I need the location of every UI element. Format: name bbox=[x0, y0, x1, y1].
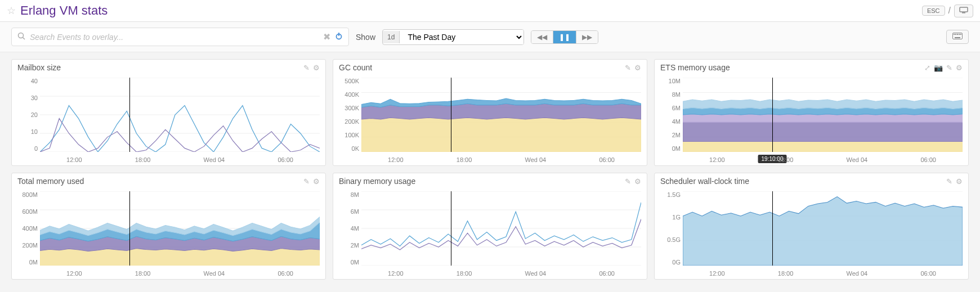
camera-icon[interactable]: 📷 bbox=[934, 64, 943, 72]
esc-button[interactable]: ESC bbox=[922, 6, 945, 16]
panel-actions: ✎⚙ bbox=[303, 64, 320, 72]
svg-rect-9 bbox=[957, 34, 958, 35]
svg-rect-11 bbox=[960, 34, 961, 35]
chart-totalmem[interactable]: 800M600M400M200M0M12:0018:00Wed 0406:00 bbox=[12, 189, 325, 279]
svg-line-3 bbox=[23, 37, 25, 39]
power-icon[interactable] bbox=[335, 32, 343, 42]
panel-actions: ⤢📷✎⚙ bbox=[924, 64, 963, 72]
x-axis: 12:0018:00Wed 0406:00 bbox=[683, 156, 963, 163]
playback-controls: ◀◀ ❚❚ ▶▶ bbox=[531, 30, 598, 44]
clear-search-icon[interactable]: ✖ bbox=[323, 32, 330, 42]
panel-title: Total memory used bbox=[17, 177, 84, 186]
x-axis: 12:0018:00Wed 0406:00 bbox=[361, 156, 641, 163]
panel-totalmem: Total memory used✎⚙800M600M400M200M0M12:… bbox=[11, 173, 326, 280]
panel-title: GC count bbox=[339, 63, 372, 72]
pencil-icon[interactable]: ✎ bbox=[946, 177, 952, 186]
panel-header: Total memory used✎⚙ bbox=[12, 173, 325, 189]
page-title: Erlang VM stats bbox=[20, 3, 108, 18]
chart-sched[interactable]: 1.5G1G0.5G0G12:0018:00Wed 0406:00 bbox=[655, 189, 968, 279]
y-axis: 403020100 bbox=[15, 78, 38, 152]
search-input[interactable] bbox=[30, 33, 323, 42]
forward-button[interactable]: ▶▶ bbox=[576, 31, 598, 43]
panel-sched: Scheduler wall-clock time✎⚙1.5G1G0.5G0G1… bbox=[654, 173, 969, 280]
expand-icon[interactable]: ⤢ bbox=[924, 64, 930, 72]
gear-icon[interactable]: ⚙ bbox=[313, 64, 320, 72]
svg-rect-7 bbox=[954, 34, 955, 35]
panel-title: Mailbox size bbox=[17, 63, 61, 72]
panel-actions: ✎⚙ bbox=[946, 177, 963, 186]
x-axis: 12:0018:00Wed 0406:00 bbox=[361, 270, 641, 277]
search-icon bbox=[17, 32, 25, 42]
gear-icon[interactable]: ⚙ bbox=[956, 177, 963, 186]
pencil-icon[interactable]: ✎ bbox=[303, 177, 310, 186]
svg-rect-8 bbox=[955, 34, 956, 35]
toolbar: ✖ Show 1d The Past Day ◀◀ ❚❚ ▶▶ bbox=[0, 22, 980, 52]
gear-icon[interactable]: ⚙ bbox=[634, 177, 641, 186]
panel-actions: ✎⚙ bbox=[303, 177, 320, 186]
y-axis: 10M8M6M4M2M0M bbox=[658, 78, 681, 152]
panel-header: Scheduler wall-clock time✎⚙ bbox=[655, 173, 968, 189]
keyboard-shortcuts-button[interactable] bbox=[946, 30, 969, 44]
chart-gc[interactable]: 500K400K300K200K100K0K12:0018:00Wed 0406… bbox=[333, 75, 647, 165]
time-range-dropdown[interactable]: The Past Day bbox=[400, 30, 523, 44]
monitor-icon bbox=[959, 7, 968, 14]
chart-ets[interactable]: 10M8M6M4M2M0M19:10:0012:0018:00Wed 0406:… bbox=[655, 75, 968, 165]
gear-icon[interactable]: ⚙ bbox=[956, 64, 963, 72]
x-axis: 12:0018:00Wed 0406:00 bbox=[683, 270, 963, 277]
panel-title: Scheduler wall-clock time bbox=[660, 177, 749, 186]
svg-rect-12 bbox=[955, 37, 960, 38]
keyboard-icon bbox=[952, 33, 963, 39]
chart-mailbox[interactable]: 40302010012:0018:00Wed 0406:00 bbox=[12, 75, 325, 165]
panel-header: Mailbox size✎⚙ bbox=[12, 60, 325, 75]
header-left: ☆ Erlang VM stats bbox=[7, 3, 108, 18]
svg-rect-1 bbox=[962, 12, 965, 14]
panel-mailbox: Mailbox size✎⚙40302010012:0018:00Wed 040… bbox=[11, 59, 326, 166]
show-label: Show bbox=[356, 33, 375, 42]
gear-icon[interactable]: ⚙ bbox=[634, 64, 641, 72]
y-axis: 8M6M4M2M0M bbox=[337, 191, 359, 266]
y-axis: 500K400K300K200K100K0K bbox=[337, 78, 359, 152]
panel-title: Binary memory usage bbox=[339, 177, 415, 186]
svg-rect-0 bbox=[960, 7, 968, 12]
pencil-icon[interactable]: ✎ bbox=[303, 64, 310, 72]
panel-header: GC count✎⚙ bbox=[333, 60, 647, 75]
slash-separator: / bbox=[948, 6, 951, 16]
pause-button[interactable]: ❚❚ bbox=[553, 31, 576, 43]
pencil-icon[interactable]: ✎ bbox=[946, 64, 952, 72]
time-range-selector: 1d The Past Day bbox=[382, 29, 524, 45]
panel-header: Binary memory usage✎⚙ bbox=[333, 173, 647, 189]
panel-header: ETS memory usage⤢📷✎⚙ bbox=[655, 60, 968, 75]
pencil-icon[interactable]: ✎ bbox=[625, 64, 631, 72]
rewind-button[interactable]: ◀◀ bbox=[531, 31, 553, 43]
gear-icon[interactable]: ⚙ bbox=[313, 177, 320, 186]
header-right: ESC / bbox=[922, 5, 973, 17]
y-axis: 1.5G1G0.5G0G bbox=[658, 191, 681, 266]
svg-rect-10 bbox=[959, 34, 960, 35]
panel-binmem: Binary memory usage✎⚙8M6M4M2M0M12:0018:0… bbox=[333, 173, 647, 280]
chart-binmem[interactable]: 8M6M4M2M0M12:0018:00Wed 0406:00 bbox=[333, 189, 647, 279]
page-header: ☆ Erlang VM stats ESC / bbox=[0, 0, 980, 22]
x-axis: 12:0018:00Wed 0406:00 bbox=[40, 270, 320, 277]
panel-gc: GC count✎⚙500K400K300K200K100K0K12:0018:… bbox=[333, 59, 647, 166]
pencil-icon[interactable]: ✎ bbox=[625, 177, 631, 186]
search-container: ✖ bbox=[11, 28, 349, 46]
y-axis: 800M600M400M200M0M bbox=[15, 191, 38, 266]
x-axis: 12:0018:00Wed 0406:00 bbox=[40, 156, 320, 163]
dashboard-grid: Mailbox size✎⚙40302010012:0018:00Wed 040… bbox=[0, 52, 980, 286]
fullscreen-button[interactable] bbox=[954, 5, 973, 17]
panel-actions: ✎⚙ bbox=[625, 177, 641, 186]
star-icon[interactable]: ☆ bbox=[7, 5, 16, 17]
panel-ets: ETS memory usage⤢📷✎⚙10M8M6M4M2M0M19:10:0… bbox=[654, 59, 969, 166]
time-badge: 1d bbox=[383, 31, 400, 43]
svg-point-2 bbox=[19, 33, 24, 38]
panel-actions: ✎⚙ bbox=[625, 64, 641, 72]
panel-title: ETS memory usage bbox=[660, 63, 730, 72]
